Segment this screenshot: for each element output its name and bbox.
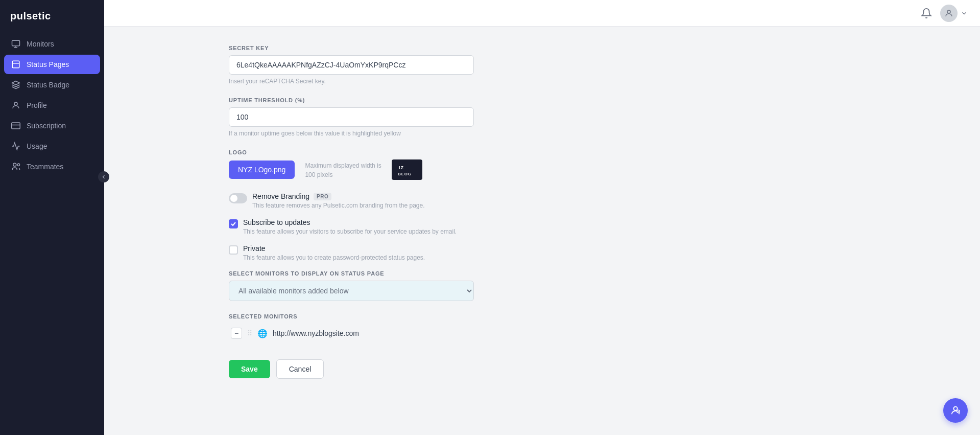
- private-row: Private This feature allows you to creat…: [229, 244, 474, 261]
- selected-monitors-label: SELECTED MONITORS: [229, 313, 474, 319]
- form-section: SECRET KEY Insert your reCAPTCHA Secret …: [229, 45, 474, 379]
- selected-monitors-section: SELECTED MONITORS − ⠿ 🌐 http://www.nyzbl…: [229, 313, 474, 343]
- remove-branding-row: Remove Branding PRO This feature removes…: [229, 192, 474, 209]
- sidebar-item-monitors-label: Monitors: [27, 40, 54, 48]
- subscribe-title: Subscribe to updates: [243, 218, 457, 226]
- main-content: SECRET KEY Insert your reCAPTCHA Secret …: [208, 27, 980, 435]
- sidebar-item-monitors[interactable]: Monitors: [4, 34, 100, 54]
- subscribe-checkbox[interactable]: [229, 219, 238, 228]
- remove-monitor-button[interactable]: −: [231, 328, 242, 339]
- private-title: Private: [243, 244, 425, 253]
- app-logo: pulsetic: [0, 0, 104, 34]
- secret-key-label: SECRET KEY: [229, 45, 474, 51]
- private-content: Private This feature allows you to creat…: [243, 244, 425, 261]
- sidebar-item-profile[interactable]: Profile: [4, 96, 100, 115]
- user-menu[interactable]: [940, 5, 968, 22]
- subscription-icon: [11, 121, 20, 130]
- svg-rect-3: [12, 123, 20, 129]
- monitor-url: http://www.nyzblogsite.com: [273, 329, 359, 337]
- logo-preview: IZ BLOG: [392, 159, 422, 180]
- sidebar-item-teammates[interactable]: Teammates: [4, 157, 100, 176]
- pro-badge: PRO: [314, 193, 331, 200]
- save-button[interactable]: Save: [229, 360, 270, 378]
- drag-handle-icon[interactable]: ⠿: [247, 329, 252, 337]
- sidebar-item-profile-label: Profile: [27, 101, 47, 109]
- usage-icon: [11, 142, 20, 151]
- uptime-threshold-label: UPTIME THRESHOLD (%): [229, 97, 474, 103]
- svg-rect-0: [12, 40, 20, 46]
- cancel-button[interactable]: Cancel: [276, 359, 324, 379]
- remove-branding-toggle[interactable]: [229, 193, 247, 203]
- profile-icon: [11, 101, 20, 110]
- checkmark-icon: [230, 221, 236, 227]
- logo-hint-line1: Maximum displayed width is: [305, 162, 381, 169]
- sidebar-item-teammates-label: Teammates: [27, 163, 63, 171]
- action-row: Save Cancel: [229, 359, 474, 379]
- sidebar-item-status-badge[interactable]: Status Badge: [4, 75, 100, 95]
- private-desc: This feature allows you to create passwo…: [243, 254, 425, 261]
- secret-key-input[interactable]: [229, 55, 474, 75]
- minus-icon: −: [234, 329, 238, 337]
- sidebar-item-usage[interactable]: Usage: [4, 136, 100, 156]
- svg-text:BLOG: BLOG: [398, 172, 412, 176]
- chevron-left-icon: [101, 174, 107, 180]
- uptime-threshold-field: UPTIME THRESHOLD (%) If a monitor uptime…: [229, 97, 474, 137]
- secret-key-hint: Insert your reCAPTCHA Secret key.: [229, 78, 474, 85]
- status-badge-icon: [11, 80, 20, 89]
- monitor-select-section: SELECT MONITORS TO DISPLAY ON STATUS PAG…: [229, 270, 474, 301]
- svg-point-6: [947, 10, 950, 13]
- topbar: [104, 0, 980, 27]
- remove-branding-content: Remove Branding PRO This feature removes…: [252, 192, 425, 209]
- subscribe-content: Subscribe to updates This feature allows…: [243, 218, 457, 235]
- select-monitors-label: SELECT MONITORS TO DISPLAY ON STATUS PAG…: [229, 270, 474, 277]
- secret-key-field: SECRET KEY Insert your reCAPTCHA Secret …: [229, 45, 474, 85]
- fab-button[interactable]: [943, 398, 968, 423]
- svg-point-2: [14, 102, 17, 105]
- logo-upload-button[interactable]: NYZ LOgo.png: [229, 161, 295, 179]
- globe-icon: 🌐: [257, 329, 268, 338]
- svg-point-4: [13, 163, 16, 166]
- logo-label: LOGO: [229, 149, 474, 155]
- teammates-icon: [11, 162, 20, 171]
- svg-rect-1: [12, 61, 19, 68]
- private-checkbox[interactable]: [229, 245, 238, 255]
- chevron-down-icon: [961, 10, 968, 17]
- svg-text:IZ: IZ: [399, 165, 404, 170]
- sidebar-item-subscription-label: Subscription: [27, 122, 66, 130]
- uptime-threshold-input[interactable]: [229, 107, 474, 127]
- svg-point-5: [17, 164, 20, 166]
- logo-hint-line2: 100 pixels: [305, 171, 332, 178]
- logo-row: NYZ LOgo.png Maximum displayed width is …: [229, 159, 474, 180]
- sidebar-item-subscription[interactable]: Subscription: [4, 116, 100, 135]
- monitor-icon: [11, 39, 20, 49]
- remove-branding-desc: This feature removes any Pulsetic.com br…: [252, 202, 425, 209]
- sidebar: pulsetic Monitors Status Pages Status Ba…: [0, 0, 104, 435]
- subscribe-updates-row: Subscribe to updates This feature allows…: [229, 218, 474, 235]
- fab-icon: [950, 405, 961, 416]
- sidebar-item-usage-label: Usage: [27, 142, 47, 150]
- sidebar-nav: Monitors Status Pages Status Badge Profi…: [0, 34, 104, 435]
- sidebar-item-status-pages[interactable]: Status Pages: [4, 55, 100, 74]
- logo-preview-image: IZ BLOG: [397, 162, 417, 177]
- notifications-icon[interactable]: [921, 8, 932, 19]
- remove-branding-title: Remove Branding PRO: [252, 192, 425, 200]
- subscribe-desc: This feature allows your visitors to sub…: [243, 228, 457, 235]
- svg-point-10: [953, 407, 957, 410]
- status-pages-icon: [11, 60, 20, 69]
- sidebar-item-status-pages-label: Status Pages: [27, 60, 69, 68]
- logo-section: LOGO NYZ LOgo.png Maximum displayed widt…: [229, 149, 474, 180]
- table-row: − ⠿ 🌐 http://www.nyzblogsite.com: [229, 324, 474, 343]
- sidebar-item-status-badge-label: Status Badge: [27, 81, 69, 89]
- avatar: [940, 5, 958, 22]
- logo-hint-text: Maximum displayed width is 100 pixels: [305, 161, 381, 179]
- monitors-dropdown[interactable]: All available monitors added below: [229, 281, 474, 301]
- sidebar-collapse-button[interactable]: [98, 171, 109, 182]
- uptime-threshold-hint: If a monitor uptime goes below this valu…: [229, 130, 474, 137]
